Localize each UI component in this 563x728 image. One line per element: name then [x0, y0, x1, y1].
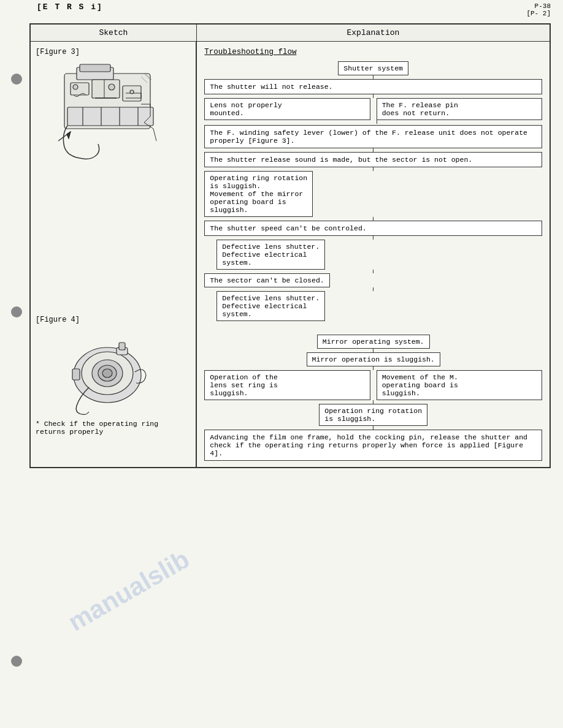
flow-container: Troubleshooting flow Shutter system The … [204, 48, 542, 461]
figure3-sketch [46, 61, 181, 181]
figure4-sketch [55, 329, 172, 415]
svg-point-25 [102, 369, 112, 377]
svg-rect-4 [92, 80, 120, 98]
mirror-section: Mirror operating system. Mirror operatio… [204, 335, 542, 461]
release-sound-box: The shutter release sound is made, but t… [204, 152, 542, 167]
binder-hole-3 [11, 656, 22, 667]
sketch-column: [Figure 3] [30, 42, 196, 468]
sector-closed-box: The sector can't be closed. [204, 273, 329, 287]
binder-hole-1 [11, 74, 22, 85]
page: manualslib [E T R S i] P-38 [P- 2] Sketc… [0, 0, 563, 728]
explanation-column: Troubleshooting flow Shutter system The … [196, 42, 550, 468]
check-note: * Check if the operating ring returns pr… [36, 420, 191, 436]
mirror-sluggish-box: Mirror operation is sluggish. [307, 352, 440, 366]
svg-rect-28 [72, 369, 80, 380]
svg-point-15 [130, 90, 134, 94]
release-pin-box: The F. release pin does not return. [377, 98, 542, 120]
svg-rect-27 [119, 343, 125, 350]
svg-rect-2 [80, 64, 110, 72]
figure3-label: [Figure 3] [36, 48, 191, 56]
defective1-box: Defective lens shutter. Defective electr… [216, 240, 325, 270]
shutter-system-box: Shutter system [338, 61, 408, 75]
op-ring-rotation-box: Operation ring rotation is sluggish. [319, 404, 427, 426]
main-table: Sketch Explanation [Figure 3] [29, 23, 551, 468]
will-not-release-box: The shutter will not release. [204, 79, 542, 94]
figure4-label: [Figure 4] [36, 316, 191, 324]
m-operating-board-box: Movement of the M. operating board is sl… [377, 370, 542, 400]
svg-point-14 [109, 84, 115, 90]
shutter-system-section: Shutter system The shutter will not rele… [204, 61, 542, 321]
defective2-box: Defective lens shutter. Defective electr… [216, 291, 325, 321]
winding-safety-box: The F. winding safety lever (lower) of t… [204, 125, 542, 148]
watermark: manualslib [42, 532, 216, 650]
model-label: [E T R S i] [37, 2, 103, 12]
speed-control-box: The shutter speed can't be controled. [204, 221, 542, 236]
svg-rect-8 [67, 107, 153, 126]
binder-hole-2 [11, 306, 22, 317]
explanation-header: Explanation [196, 24, 550, 42]
flow-title: Troubleshooting flow [204, 48, 296, 56]
svg-rect-3 [71, 83, 89, 95]
svg-point-13 [73, 85, 78, 89]
operating-ring-box: Operating ring rotation is sluggish. Mov… [204, 171, 313, 217]
advancing-box: Advancing the film one frame, hold the c… [204, 430, 542, 461]
lens-set-ring-box: Operation of the lens set ring is sluggi… [204, 370, 370, 400]
lens-not-mounted-box: Lens not properly mounted. [204, 98, 370, 120]
sketch-header: Sketch [30, 24, 196, 42]
svg-marker-17 [67, 132, 71, 138]
mirror-system-box: Mirror operating system. [317, 335, 430, 349]
